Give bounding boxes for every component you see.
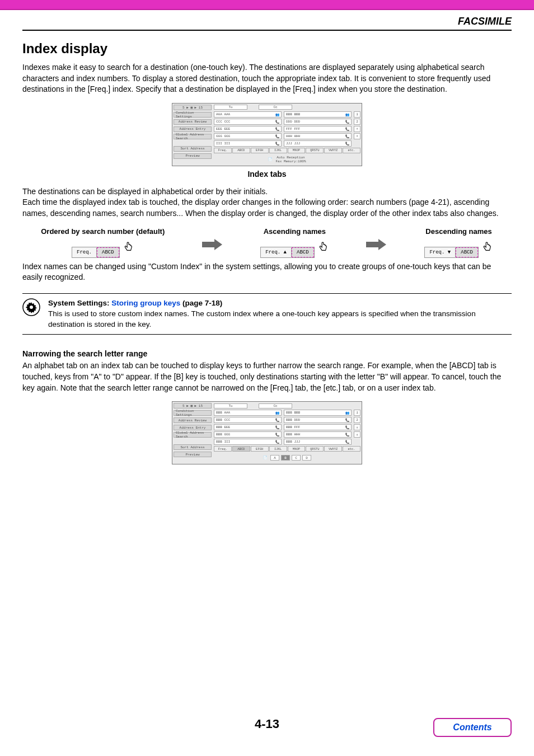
dest-cell[interactable]: HHH HHH📞 bbox=[284, 133, 352, 139]
mini-tab-abcd[interactable]: ABCD bbox=[292, 247, 314, 257]
index-tab-mnop[interactable]: MNOP bbox=[288, 148, 306, 153]
mini-tab-freq[interactable]: Freq. ▼ bbox=[425, 248, 456, 257]
dest-cell[interactable]: AAA AAA👥 bbox=[214, 111, 282, 118]
phone-icon: 📞 bbox=[345, 134, 349, 138]
dest-cell[interactable]: FFF FFF📞 bbox=[284, 126, 352, 132]
callout-suffix: (page 7-18) bbox=[180, 299, 222, 307]
dest-cell[interactable]: BBB FFF📞 bbox=[284, 424, 352, 430]
group-icon: 👥 bbox=[345, 411, 349, 415]
preview-button[interactable]: Preview bbox=[174, 452, 212, 457]
cc-tab[interactable]: Cc bbox=[259, 105, 292, 110]
dest-cell[interactable]: BBB CCC📞 bbox=[214, 417, 282, 423]
sort-label-desc: Descending names bbox=[424, 227, 493, 236]
index-tab-freq[interactable]: Freq. bbox=[214, 446, 232, 452]
dest-cell[interactable]: BBB AAA👥 bbox=[214, 410, 282, 416]
to-tab[interactable]: To bbox=[214, 105, 247, 110]
phone-icon: 📞 bbox=[345, 120, 349, 124]
page-indicator: 1 bbox=[354, 410, 360, 416]
scroll-down-button[interactable]: ⬇ bbox=[354, 431, 360, 438]
contents-button[interactable]: Contents bbox=[433, 718, 512, 737]
letter-tab-c[interactable]: C bbox=[292, 455, 301, 461]
index-tab-abcd[interactable]: ABCD bbox=[232, 446, 250, 452]
index-tab-efgh[interactable]: EFGH bbox=[251, 446, 269, 452]
condition-settings-button[interactable]: Condition Settings bbox=[174, 112, 212, 118]
global-address-search-button[interactable]: Global Address Search bbox=[174, 432, 212, 438]
phone-icon: 📞 bbox=[345, 142, 349, 145]
gear-icon bbox=[22, 298, 40, 316]
dest-cell[interactable]: III III📞 bbox=[214, 140, 282, 147]
index-tab-vwxyz[interactable]: VWXYZ bbox=[324, 446, 342, 452]
custom-index-paragraph: Index names can be changed using "Custom… bbox=[22, 261, 512, 283]
dest-cell[interactable]: CCC CCC📞 bbox=[214, 119, 282, 125]
preview-button[interactable]: Preview bbox=[174, 153, 212, 159]
auto-reception-label: Auto Reception bbox=[275, 156, 306, 159]
sort-address-button[interactable]: Sort Address bbox=[174, 146, 212, 152]
sort-label-default: Ordered by search number (default) bbox=[41, 227, 165, 236]
mini-tab-abcd[interactable]: ABCD bbox=[456, 247, 478, 257]
phone-icon: 📞 bbox=[345, 440, 349, 444]
dest-cell[interactable]: BBB JJJ📞 bbox=[284, 439, 352, 445]
address-entry-button[interactable]: Address Entry bbox=[174, 425, 212, 430]
mini-tab-group: Freq. ABCD bbox=[72, 247, 120, 258]
to-tab[interactable]: To bbox=[214, 403, 247, 408]
index-tab-etc[interactable]: etc. bbox=[343, 148, 360, 153]
sort-address-button[interactable]: Sort Address bbox=[174, 444, 212, 450]
phone-icon: 📞 bbox=[345, 127, 349, 131]
dest-cell[interactable]: BBB BBB👥 bbox=[284, 410, 352, 416]
scroll-up-button[interactable]: ⬆ bbox=[354, 126, 360, 132]
group-icon: 👥 bbox=[345, 112, 349, 116]
dest-cell[interactable]: GGG GGG📞 bbox=[214, 133, 282, 139]
callout-prefix: System Settings: bbox=[48, 299, 111, 307]
group-icon: 👥 bbox=[275, 411, 279, 415]
cc-tab[interactable]: Cc bbox=[259, 403, 292, 408]
preview-thumb-icon: 📄 bbox=[263, 456, 267, 460]
address-entry-button[interactable]: Address Entry bbox=[174, 126, 212, 132]
mini-tab-abcd[interactable]: ABCD bbox=[97, 247, 119, 257]
index-tab-qrstu[interactable]: QRSTU bbox=[306, 148, 324, 153]
letter-tab-b[interactable]: B bbox=[281, 455, 290, 461]
index-tab-mnop[interactable]: MNOP bbox=[288, 446, 306, 452]
phone-icon: 📞 bbox=[275, 433, 279, 436]
index-tab-vwxyz[interactable]: VWXYZ bbox=[324, 148, 342, 153]
index-tab-efgh[interactable]: EFGH bbox=[251, 148, 269, 153]
address-book-screenshot-1: 5 ▶ ▦ ▶ 15 Condition Settings Address Re… bbox=[172, 103, 362, 166]
index-tab-abcd[interactable]: ABCD bbox=[232, 148, 250, 153]
phone-icon: 📞 bbox=[275, 425, 279, 429]
mini-tab-freq[interactable]: Freq. bbox=[72, 248, 97, 257]
index-tab-ijkl[interactable]: IJKL bbox=[269, 446, 287, 452]
phone-icon: 📞 bbox=[345, 425, 349, 429]
dest-cell[interactable]: BBB EEE📞 bbox=[214, 424, 282, 430]
touch-hand-icon bbox=[122, 240, 134, 255]
index-tab-ijkl[interactable]: IJKL bbox=[269, 148, 287, 153]
address-review-button[interactable]: Address Review bbox=[174, 417, 212, 423]
page-indicator: 1 bbox=[354, 111, 360, 118]
dest-cell[interactable]: BBB DDD📞 bbox=[284, 417, 352, 423]
global-address-search-button[interactable]: Global Address Search bbox=[174, 134, 212, 139]
index-tab-etc[interactable]: etc. bbox=[343, 446, 360, 452]
phone-icon: 📞 bbox=[345, 418, 349, 422]
letter-tab-d[interactable]: D bbox=[302, 455, 311, 461]
address-review-button[interactable]: Address Review bbox=[174, 119, 212, 125]
dest-cell[interactable]: BBB HHH📞 bbox=[284, 431, 352, 438]
dest-cell[interactable]: DDD DDD📞 bbox=[284, 119, 352, 125]
narrowing-paragraph: An alphabet tab on an index tab can be t… bbox=[22, 360, 512, 393]
dest-cell[interactable]: EEE EEE📞 bbox=[214, 126, 282, 132]
condition-settings-button[interactable]: Condition Settings bbox=[174, 410, 212, 416]
dest-cell[interactable]: JJJ JJJ📞 bbox=[284, 140, 352, 147]
callout-body-text: This is used to store custom index names… bbox=[48, 309, 512, 330]
touch-hand-icon bbox=[481, 240, 493, 255]
screenshot-caption: Index tabs bbox=[22, 170, 512, 179]
dest-cell[interactable]: BBB GGG📞 bbox=[214, 431, 282, 438]
dest-cell[interactable]: BBB III📞 bbox=[214, 439, 282, 445]
dest-cell[interactable]: BBB BBB👥 bbox=[284, 111, 352, 118]
index-tab-freq[interactable]: Freq. bbox=[214, 148, 232, 153]
section-header: FACSIMILE bbox=[458, 16, 512, 27]
letter-tab-a[interactable]: A bbox=[270, 455, 279, 461]
index-tab-qrstu[interactable]: QRSTU bbox=[306, 446, 324, 452]
mini-tab-freq[interactable]: Freq. ▲ bbox=[261, 248, 292, 257]
storing-group-keys-link[interactable]: Storing group keys bbox=[111, 299, 180, 307]
intro-paragraph: Indexes make it easy to search for a des… bbox=[22, 62, 512, 95]
breadcrumb-bar: 5 ▶ ▦ ▶ 15 bbox=[174, 403, 212, 408]
scroll-down-button[interactable]: ⬇ bbox=[354, 133, 360, 139]
scroll-up-button[interactable]: ⬆ bbox=[354, 424, 360, 430]
